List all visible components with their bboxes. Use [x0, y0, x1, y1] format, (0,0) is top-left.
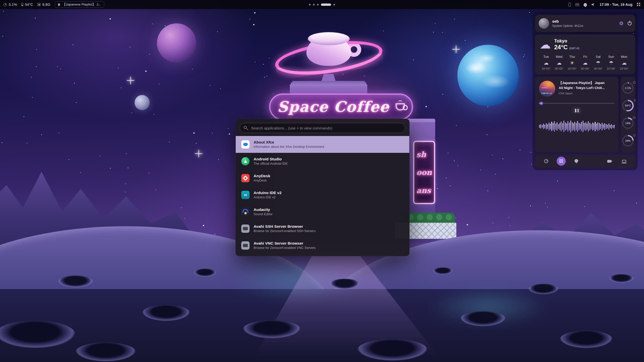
app-name: Arduino IDE v2: [254, 191, 281, 195]
system-tray: 17:09 - Tue, 19 Aug: [569, 3, 640, 7]
waveform-bar: [555, 123, 556, 130]
user-name: seb: [552, 19, 616, 23]
volume-icon[interactable]: [591, 3, 595, 6]
network-icon[interactable]: [575, 3, 579, 6]
waveform-bar: [551, 122, 552, 131]
phone-icon[interactable]: [569, 3, 571, 7]
workspace-dot[interactable]: [309, 4, 311, 6]
list-item[interactable]: Avahi SSH Server Browser Browse for Zero…: [236, 220, 409, 237]
forecast-temps: 36°/26°: [594, 67, 602, 70]
app-name: Avahi SSH Server Browser: [254, 224, 315, 229]
clock[interactable]: 17:09 - Tue, 19 Aug: [599, 3, 632, 7]
system-uptime: System Uptime: 4h11m: [552, 24, 616, 28]
waveform-bar: [574, 122, 575, 131]
list-item[interactable]: Avahi VNC Server Browser Browse for Zero…: [236, 237, 409, 254]
pause-button[interactable]: [573, 107, 581, 114]
memory-icon: [633, 117, 635, 119]
media-widget[interactable]: 【Japanese Playlist】 J...: [55, 1, 104, 8]
weather-card: ☁ Tokyo 24°C (GMT+9) Tue ☁ 33°/24° Wed ☁…: [535, 34, 635, 74]
app-desc: Arduino IDE v2: [254, 196, 281, 199]
workspace-dot[interactable]: [313, 4, 315, 6]
media-widget-label: 【Japanese Playlist】 J...: [62, 2, 101, 7]
app-grid-icon[interactable]: [637, 3, 640, 6]
settings-gear-icon[interactable]: ⚙: [619, 21, 624, 26]
waveform-bar: [542, 125, 543, 128]
waveform-bar: [592, 122, 593, 131]
forecast-day-label: Wed: [556, 55, 562, 59]
waveform-bar: [610, 125, 611, 128]
umbrella-icon: ☂: [609, 60, 613, 65]
workspace-active[interactable]: [321, 4, 331, 6]
app-list: About Xfce Information about the Xfce De…: [236, 136, 409, 254]
list-item[interactable]: About Xfce Information about the Xfce De…: [236, 136, 409, 153]
workspace-indicator: [309, 0, 335, 9]
cpu-stat[interactable]: 3.1%: [4, 3, 17, 7]
memory-stat[interactable]: 6.8G: [37, 3, 50, 7]
progress-handle[interactable]: [540, 102, 543, 105]
waveform-bar: [595, 122, 595, 131]
notifications-bell-icon[interactable]: [584, 3, 587, 6]
temperature-value: 54°C: [25, 3, 33, 7]
list-item[interactable]: Audacity Sound Editor: [236, 203, 409, 220]
waveform-bar: [559, 123, 560, 130]
gauge-value: 3.1%: [622, 82, 634, 94]
crater: [433, 267, 453, 275]
apps-button[interactable]: [557, 157, 566, 166]
android-studio-icon: [241, 157, 250, 165]
list-item[interactable]: Arduino IDE v2 Arduino IDE v2: [236, 187, 409, 203]
umbrella-icon: ☂: [596, 60, 600, 65]
crater: [243, 320, 301, 338]
waveform-bar: [557, 122, 557, 131]
app-name: Avahi VNC Server Browser: [254, 241, 316, 246]
weather-city: Tokyo: [554, 38, 579, 44]
shield-icon: [575, 159, 578, 163]
security-button[interactable]: [572, 157, 581, 166]
cup-opening: [308, 32, 350, 45]
memory-chip-icon: [37, 3, 41, 6]
album-art-label: TOKYO LO: [541, 92, 552, 95]
system-gauge: 14%: [622, 117, 634, 129]
app-name: About Xfce: [254, 140, 324, 145]
gauge-value: 54°C: [622, 100, 634, 111]
list-item[interactable]: Android Studio The official Android IDE: [236, 153, 409, 170]
waveform-bar: [587, 123, 587, 130]
anydesk-icon: [241, 174, 250, 182]
avahi-vnc-icon: [241, 241, 250, 250]
disk-icon: [633, 134, 635, 137]
neon-sign-text: Space Coffee: [277, 98, 389, 115]
search-icon: [244, 126, 247, 129]
app-desc: AnyDesk: [254, 179, 270, 183]
crater: [609, 274, 634, 283]
display-button[interactable]: [620, 157, 629, 166]
waveform-bar: [584, 123, 585, 130]
progress-bar[interactable]: [539, 103, 615, 104]
desktop: Space Coffee sh oon ans: [0, 0, 644, 362]
app-desc: Information about the Xfce Desktop Envir…: [254, 145, 324, 149]
workspace-dot[interactable]: [333, 4, 335, 6]
track-title-line2: All Night - Tokyo LoFi Chill...: [559, 86, 605, 90]
cloud-icon: ☁: [540, 39, 551, 50]
forecast-day: Mon ☁ 33°/26°: [618, 55, 631, 70]
waveform-bar: [611, 124, 612, 129]
waveform-bar: [599, 123, 600, 130]
search-input[interactable]: [240, 123, 405, 133]
power-icon[interactable]: [628, 21, 632, 25]
forecast-day-label: Tue: [543, 55, 549, 59]
window-neon-text: sh: [416, 150, 432, 159]
waveform-bar: [604, 123, 605, 130]
forecast-row: Tue ☁ 33°/24° Wed ☁ 35°/25° Thu ☀ 33°/26…: [540, 55, 631, 70]
waveform-bar: [566, 123, 567, 130]
workspace-dot[interactable]: [317, 4, 319, 6]
dashboard-button[interactable]: [542, 157, 551, 166]
waveform-bar: [606, 124, 607, 129]
window-neon-text: ans: [416, 186, 432, 195]
cpu-icon: [633, 81, 635, 84]
arduino-icon: [241, 191, 250, 199]
temperature-stat[interactable]: 54°C: [21, 3, 33, 7]
list-item[interactable]: AnyDesk AnyDesk: [236, 170, 409, 187]
forecast-temps: 35°/26°: [581, 67, 590, 70]
forecast-day-label: Sat: [596, 55, 601, 59]
screen-record-button[interactable]: [605, 157, 614, 166]
xfce-icon: [241, 140, 250, 149]
coffee-cup-icon: [396, 103, 405, 110]
